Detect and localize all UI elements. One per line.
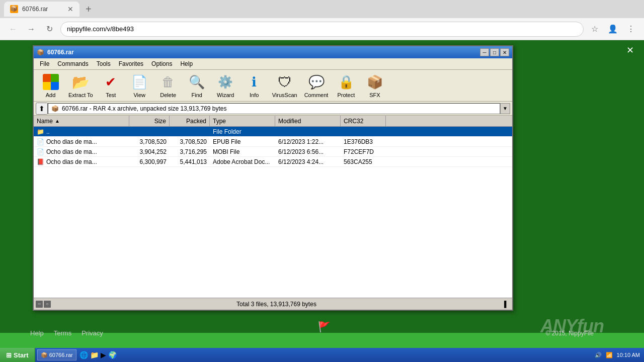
new-tab-button[interactable]: + bbox=[82, 4, 96, 15]
taskbar-network-icon[interactable]: 📶 bbox=[606, 352, 613, 358]
winrar-title-text: 60766.rar bbox=[47, 49, 74, 56]
address-bar[interactable] bbox=[60, 22, 584, 37]
folder-icon: 📁 bbox=[37, 128, 44, 135]
winrar-maximize-btn[interactable]: □ bbox=[490, 48, 499, 56]
col-header-packed[interactable]: Packed bbox=[170, 116, 210, 126]
file-crc-1: 1E376DB3 bbox=[341, 138, 386, 145]
bookmark-button[interactable]: ☆ bbox=[588, 22, 602, 36]
menu-file[interactable]: File bbox=[36, 59, 53, 68]
toolbar-protect[interactable]: 🔒 Protect bbox=[332, 72, 360, 99]
toolbar-wizard[interactable]: ⚙️ Wizard bbox=[212, 72, 239, 99]
file-crc-3: 563CA255 bbox=[341, 158, 386, 165]
winrar-menubar: File Commands Tools Favorites Options He… bbox=[34, 58, 512, 70]
tab-title: 60766.rar bbox=[22, 6, 63, 13]
file-size-1: 3,708,520 bbox=[129, 138, 170, 145]
winrar-minimize-btn[interactable]: ─ bbox=[480, 48, 489, 56]
start-logo: ⊞ bbox=[6, 351, 12, 359]
taskbar-icon: 📦 bbox=[41, 352, 48, 358]
toolbar-sfx[interactable]: 📦 SFX bbox=[361, 72, 388, 99]
watermark: ANYfun bbox=[540, 316, 604, 337]
file-packed-2: 3,716,295 bbox=[170, 148, 210, 155]
taskbar-explorer-icon[interactable]: 📁 bbox=[90, 351, 99, 359]
winrar-close-btn[interactable]: ✕ bbox=[500, 48, 509, 56]
winrar-titlebar: 📦 60766.rar ─ □ ✕ bbox=[34, 46, 512, 58]
footer-terms[interactable]: Terms bbox=[54, 329, 71, 337]
toolbar-view[interactable]: 📄 View bbox=[126, 72, 153, 99]
refresh-button[interactable]: ↻ bbox=[42, 22, 56, 36]
pdf-icon: 📕 bbox=[37, 158, 44, 165]
toolbar-extract[interactable]: 📂 Extract To bbox=[65, 72, 96, 99]
file-modified-1: 6/12/2023 1:22... bbox=[275, 138, 341, 145]
mobi-icon: 📄 bbox=[37, 148, 44, 155]
path-bar: ⬆ 📦 60766.rar - RAR 4.x archive, unpacke… bbox=[34, 102, 512, 116]
col-header-size[interactable]: Size bbox=[129, 116, 170, 126]
toolbar-add[interactable]: Add bbox=[37, 72, 64, 99]
toolbar-delete[interactable]: 🗑 Delete bbox=[154, 72, 182, 99]
start-button[interactable]: ⊞ Start bbox=[0, 348, 35, 362]
path-display: 📦 60766.rar - RAR 4.x archive, unpacked … bbox=[48, 103, 500, 114]
path-text: 60766.rar - RAR 4.x archive, unpacked si… bbox=[62, 105, 227, 112]
menu-favorites[interactable]: Favorites bbox=[115, 59, 147, 68]
taskbar-media-icon[interactable]: ▶ bbox=[101, 351, 106, 359]
menu-help[interactable]: Help bbox=[176, 59, 197, 68]
status-text: Total 3 files, 13,913,769 bytes bbox=[51, 301, 502, 308]
table-row[interactable]: 📄 Ocho dias de ma... 3,708,520 3,708,520… bbox=[34, 137, 512, 147]
table-row[interactable]: 📄 Ocho dias de ma... 3,904,252 3,716,295… bbox=[34, 147, 512, 157]
col-header-crc[interactable]: CRC32 bbox=[341, 116, 386, 126]
file-name-2: 📄 Ocho dias de ma... bbox=[34, 148, 129, 155]
status-scroll: ▐ bbox=[502, 301, 510, 308]
tab-favicon: 📦 bbox=[10, 5, 18, 13]
file-type-1: EPUB File bbox=[210, 138, 275, 145]
status-icon-1: ─ bbox=[36, 301, 43, 308]
file-modified-3: 6/12/2023 4:24... bbox=[275, 158, 341, 165]
taskbar-ie-icon[interactable]: 🌐 bbox=[79, 351, 88, 359]
taskbar: ⊞ Start 📦 60766.rar 🌐 📁 ▶ 🌍 🔊 📶 10:10 AM bbox=[0, 348, 644, 362]
menu-button[interactable]: ⋮ bbox=[624, 22, 638, 36]
taskbar-time: 10:10 AM bbox=[617, 352, 640, 358]
file-size-2: 3,904,252 bbox=[129, 148, 170, 155]
menu-tools[interactable]: Tools bbox=[93, 59, 115, 68]
file-name-3: 📕 Ocho dias de ma... bbox=[34, 158, 129, 165]
toolbar-comment[interactable]: 💬 Comment bbox=[301, 72, 332, 99]
file-size-3: 6,300,997 bbox=[129, 158, 170, 165]
file-type-3: Adobe Acrobat Doc... bbox=[210, 158, 275, 165]
file-rows: 📁 .. File Folder 📄 Ocho dias de ma... 3,… bbox=[34, 127, 512, 167]
tab-close-btn[interactable]: ✕ bbox=[67, 5, 73, 13]
toolbar-info[interactable]: ℹ Info bbox=[240, 72, 268, 99]
col-header-name[interactable]: Name ▲ bbox=[34, 116, 129, 126]
table-row[interactable]: 📁 .. File Folder bbox=[34, 127, 512, 137]
file-area-empty bbox=[34, 167, 512, 298]
table-row[interactable]: 📕 Ocho dias de ma... 6,300,997 5,441,013… bbox=[34, 157, 512, 167]
toolbar-virusscan[interactable]: 🛡 VirusScan bbox=[269, 72, 300, 99]
account-button[interactable]: 👤 bbox=[606, 22, 620, 36]
path-up-button[interactable]: ⬆ bbox=[36, 103, 48, 115]
file-type-2: MOBI File bbox=[210, 148, 275, 155]
menu-options[interactable]: Options bbox=[147, 59, 176, 68]
browser-tab[interactable]: 📦 60766.rar ✕ bbox=[4, 2, 79, 17]
path-dropdown[interactable]: ▼ bbox=[500, 103, 510, 114]
menu-commands[interactable]: Commands bbox=[53, 59, 92, 68]
taskbar-chrome-icon[interactable]: 🌍 bbox=[108, 351, 117, 359]
file-packed-3: 5,441,013 bbox=[170, 158, 210, 165]
status-icon-2: ○ bbox=[44, 301, 51, 308]
toolbar-test[interactable]: ✔ Test bbox=[97, 72, 125, 99]
start-label: Start bbox=[14, 351, 29, 359]
col-header-type[interactable]: Type bbox=[210, 116, 275, 126]
green-flag-icon: 🚩 bbox=[318, 321, 331, 333]
file-name-0: 📁 .. bbox=[34, 128, 129, 135]
winrar-toolbar: Add 📂 Extract To ✔ Test 📄 View 🗑 Delete … bbox=[34, 70, 512, 102]
col-header-modified[interactable]: Modified bbox=[275, 116, 341, 126]
winrar-icon: 📦 bbox=[37, 49, 44, 56]
taskbar-sound-icon[interactable]: 🔊 bbox=[595, 352, 602, 358]
website-close-button[interactable]: ✕ bbox=[626, 45, 634, 56]
footer-help[interactable]: Help bbox=[30, 329, 44, 337]
file-name-1: 📄 Ocho dias de ma... bbox=[34, 138, 129, 145]
file-list-header: Name ▲ Size Packed Type Modified CRC32 bbox=[34, 116, 512, 127]
toolbar-find[interactable]: 🔍 Find bbox=[183, 72, 211, 99]
forward-button[interactable]: → bbox=[24, 22, 38, 36]
footer-privacy[interactable]: Privacy bbox=[82, 329, 103, 337]
status-bar: ─ ○ Total 3 files, 13,913,769 bytes ▐ bbox=[34, 298, 512, 310]
winrar-window: 📦 60766.rar ─ □ ✕ File Commands Tools Fa… bbox=[33, 45, 513, 311]
back-button[interactable]: ← bbox=[6, 22, 20, 36]
taskbar-item-0[interactable]: 📦 60766.rar bbox=[37, 349, 76, 360]
